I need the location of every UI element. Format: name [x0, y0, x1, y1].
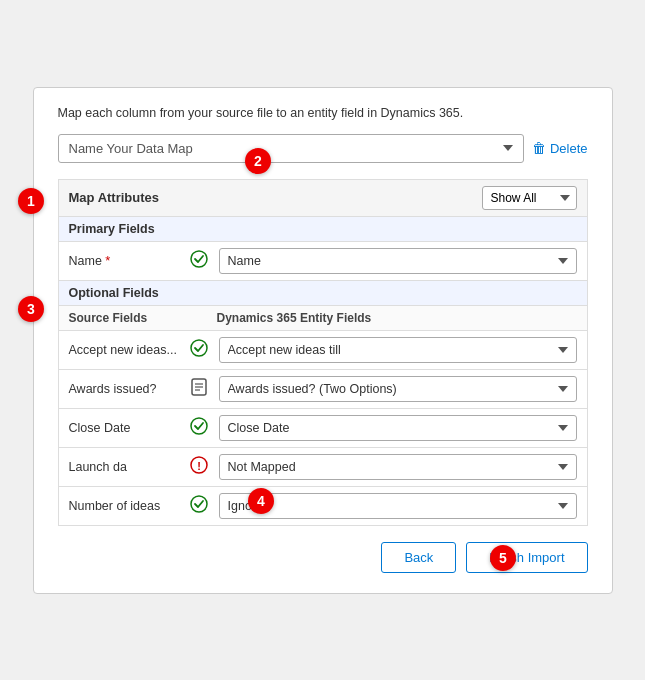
finish-import-button[interactable]: Finish Import: [466, 542, 587, 573]
check-icon-3: [187, 417, 211, 439]
warning-icon-4: !: [187, 456, 211, 478]
datamap-select[interactable]: Name Your Data Map: [58, 134, 524, 163]
mapping-select-3[interactable]: Close Date: [219, 415, 577, 441]
name-mapping-select[interactable]: Name: [219, 248, 577, 274]
source-field-1: Accept new ideas...: [69, 343, 179, 357]
optional-field-row-2: Awards issued? Awards issued? (Two Optio…: [58, 370, 588, 409]
trash-icon: 🗑: [532, 140, 546, 156]
mapping-select-2[interactable]: Awards issued? (Two Options): [219, 376, 577, 402]
primary-fields-label: Primary Fields: [58, 217, 588, 242]
source-field-3: Close Date: [69, 421, 179, 435]
optional-field-row-4: Launch da ! Not Mapped Launch Date: [58, 448, 588, 487]
source-field-2: Awards issued?: [69, 382, 179, 396]
badge-5: 5: [490, 545, 516, 571]
doc-icon-2: [187, 378, 211, 399]
map-attributes-label: Map Attributes: [69, 190, 160, 205]
optional-field-row-5: Number of ideas Ignore Number of ideas: [58, 487, 588, 526]
source-field-4: Launch da: [69, 460, 179, 474]
required-star: *: [105, 253, 110, 268]
column-headers: Source Fields Dynamics 365 Entity Fields: [58, 306, 588, 331]
svg-point-6: [191, 418, 207, 434]
datamap-row: Name Your Data Map 🗑 Delete: [58, 134, 588, 163]
check-icon-1: [187, 339, 211, 361]
map-attributes-header: Map Attributes Show All Mapped Unmapped: [58, 179, 588, 217]
mapping-select-1[interactable]: Accept new ideas till: [219, 337, 577, 363]
main-card: Map each column from your source file to…: [33, 87, 613, 594]
delete-button[interactable]: 🗑 Delete: [532, 140, 588, 156]
svg-point-1: [191, 340, 207, 356]
optional-field-row-1: Accept new ideas... Accept new ideas til…: [58, 331, 588, 370]
optional-field-row-3: Close Date Close Date: [58, 409, 588, 448]
badge-3: 3: [18, 296, 44, 322]
badge-4: 4: [248, 488, 274, 514]
mapping-select-4[interactable]: Not Mapped Launch Date: [219, 454, 577, 480]
optional-fields-label: Optional Fields: [58, 281, 588, 306]
svg-text:!: !: [197, 459, 201, 471]
svg-point-0: [191, 251, 207, 267]
badge-2: 2: [245, 148, 271, 174]
check-icon-5: [187, 495, 211, 517]
name-field-label: Name *: [69, 253, 179, 268]
col-source-label: Source Fields: [69, 311, 179, 325]
name-check-icon: [187, 250, 211, 272]
col-entity-label: Dynamics 365 Entity Fields: [217, 311, 372, 325]
badge-1: 1: [18, 188, 44, 214]
name-field-row: Name * Name: [58, 242, 588, 281]
svg-point-9: [191, 496, 207, 512]
source-field-5: Number of ideas: [69, 499, 179, 513]
show-all-select[interactable]: Show All Mapped Unmapped: [482, 186, 577, 210]
back-button[interactable]: Back: [381, 542, 456, 573]
description-text: Map each column from your source file to…: [58, 106, 588, 120]
